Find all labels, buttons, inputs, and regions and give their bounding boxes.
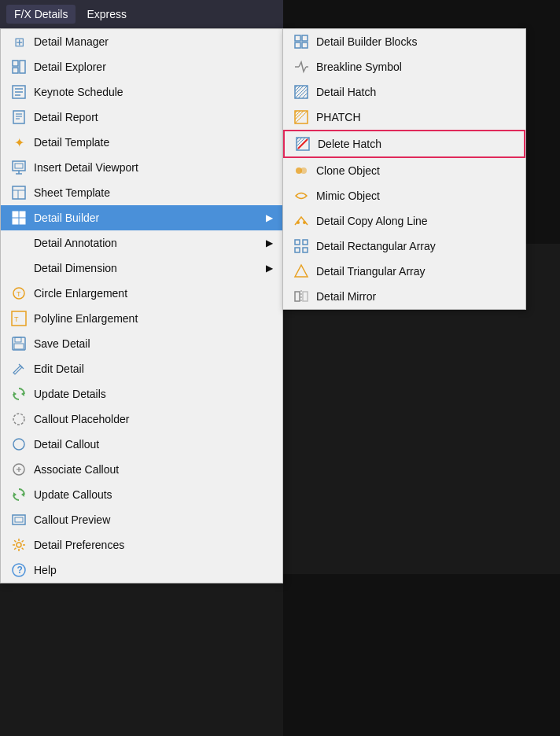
menu-item-detail-report[interactable]: Detail Report xyxy=(1,105,282,130)
menu-item-detail-preferences[interactable]: Detail Preferences xyxy=(1,532,282,558)
insert-icon xyxy=(10,159,28,176)
svg-line-65 xyxy=(297,138,302,143)
svg-marker-37 xyxy=(21,492,24,497)
menu-bar-item-fx-details[interactable]: F/X Details xyxy=(6,5,76,24)
menu-item-label: Help xyxy=(34,564,273,576)
menu-item-detail-mirror[interactable]: Detail Mirror xyxy=(283,284,525,309)
svg-rect-11 xyxy=(13,161,25,171)
menu-item-label: Detail Explorer xyxy=(34,61,273,73)
svg-rect-28 xyxy=(14,344,24,349)
svg-point-72 xyxy=(303,221,306,224)
svg-rect-44 xyxy=(295,35,300,41)
menu-item-label: Mimic Object xyxy=(316,190,516,202)
svg-rect-73 xyxy=(295,240,300,245)
menu-item-detail-builder-blocks[interactable]: Detail Builder Blocks xyxy=(283,29,525,54)
svg-rect-19 xyxy=(20,212,25,217)
report-icon xyxy=(10,109,28,126)
menu-item-label: Detail Builder xyxy=(34,212,266,224)
menu-item-label: Detail Report xyxy=(34,111,273,123)
menu-item-label: Update Callouts xyxy=(34,488,273,501)
svg-rect-76 xyxy=(303,248,308,252)
menu-item-detail-callout[interactable]: Detail Callout xyxy=(1,432,282,457)
menu-item-detail-triangular-array[interactable]: Detail Triangular Array xyxy=(283,259,525,284)
svg-rect-39 xyxy=(13,515,25,524)
menu-item-label: Detail Preferences xyxy=(34,539,273,551)
svg-rect-75 xyxy=(295,248,300,252)
submenu-arrow: ▶ xyxy=(266,263,273,274)
menu-item-breakline-symbol[interactable]: Breakline Symbol xyxy=(283,54,525,79)
sheet-icon xyxy=(10,184,28,201)
template-icon: ✦ xyxy=(10,134,28,151)
svg-rect-79 xyxy=(303,292,308,301)
prefs-icon xyxy=(10,536,28,554)
svg-point-71 xyxy=(297,221,300,224)
menu-item-label: Delete Hatch xyxy=(318,138,514,150)
svg-point-41 xyxy=(17,543,21,547)
menu-item-detail-hatch[interactable]: Detail Hatch xyxy=(283,79,525,105)
clone-icon xyxy=(293,162,310,179)
svg-text:T: T xyxy=(17,290,21,298)
menu-item-phatch[interactable]: PHATCH xyxy=(283,105,525,130)
menu-item-label: Save Detail xyxy=(34,337,273,350)
menu-item-label: Detail Annotation xyxy=(34,237,266,249)
mirror-icon xyxy=(293,288,310,305)
menu-item-detail-annotation[interactable]: Detail Annotation ▶ xyxy=(1,230,282,256)
submenu-arrow: ▶ xyxy=(266,212,273,223)
menu-item-polyline-enlargement[interactable]: T Polyline Enlargement xyxy=(1,306,282,331)
edit-icon xyxy=(10,360,28,377)
menu-item-edit-detail[interactable]: Edit Detail xyxy=(1,356,282,381)
menu-item-label: Associate Callout xyxy=(34,463,273,476)
hatch-icon xyxy=(293,83,310,101)
menu-item-label: Sheet Template xyxy=(34,186,273,199)
menu-item-delete-hatch[interactable]: Delete Hatch xyxy=(283,130,525,158)
builder-icon xyxy=(10,209,28,226)
annotation-icon xyxy=(10,234,28,252)
menu-item-circle-enlargement[interactable]: T Circle Enlargement xyxy=(1,281,282,306)
svg-point-70 xyxy=(300,167,307,174)
menu-item-detail-copy-along-line[interactable]: Detail Copy Along Line xyxy=(283,208,525,234)
menu-item-keynote-schedule[interactable]: Keynote Schedule xyxy=(1,79,282,105)
menu-item-label: Detail Builder Blocks xyxy=(316,35,516,48)
menu-item-detail-explorer[interactable]: Detail Explorer xyxy=(1,54,282,79)
menu-item-label: Circle Enlargement xyxy=(34,287,273,300)
menu-item-update-callouts[interactable]: Update Callouts xyxy=(1,482,282,507)
menu-item-clone-object[interactable]: Clone Object xyxy=(283,158,525,183)
menu-item-detail-rectangular-array[interactable]: Detail Rectangular Array xyxy=(283,234,525,259)
menu-item-label: Clone Object xyxy=(316,164,516,177)
menu-item-label: Detail Dimension xyxy=(34,262,266,274)
menu-item-associate-callout[interactable]: Associate Callout xyxy=(1,457,282,482)
menu-item-save-detail[interactable]: Save Detail xyxy=(1,331,282,356)
menu-item-update-details[interactable]: Update Details xyxy=(1,381,282,407)
dimension-icon xyxy=(10,259,28,277)
menu-bar-item-express[interactable]: Express xyxy=(79,5,134,24)
svg-rect-78 xyxy=(295,292,300,301)
menu-item-mimic-object[interactable]: Mimic Object xyxy=(283,183,525,208)
menu-item-detail-template[interactable]: ✦ Detail Template xyxy=(1,130,282,155)
menu-item-label: Detail Manager xyxy=(34,35,273,48)
menu-item-label: Detail Template xyxy=(34,136,273,149)
menu-item-help[interactable]: ? Help xyxy=(1,558,282,583)
menu-item-detail-dimension[interactable]: Detail Dimension ▶ xyxy=(1,256,282,281)
primary-menu: ⊞ Detail Manager Detail Explorer Keynote… xyxy=(0,28,283,583)
svg-rect-27 xyxy=(15,337,21,342)
menu-item-label: Detail Rectangular Array xyxy=(316,240,516,252)
menu-item-sheet-template[interactable]: Sheet Template xyxy=(1,180,282,205)
menu-item-detail-builder[interactable]: Detail Builder ▶ xyxy=(1,205,282,230)
copy-line-icon xyxy=(293,212,310,230)
tri-arr-icon xyxy=(293,263,310,280)
menu-item-callout-preview[interactable]: Callout Preview xyxy=(1,507,282,532)
svg-rect-0 xyxy=(13,61,18,66)
delete-hatch-icon xyxy=(294,135,311,153)
svg-point-33 xyxy=(13,439,24,450)
breakline-icon xyxy=(293,58,310,75)
menu-item-detail-manager[interactable]: ⊞ Detail Manager xyxy=(1,29,282,54)
menu-item-insert-detail-viewport[interactable]: Insert Detail Viewport xyxy=(1,155,282,180)
svg-rect-21 xyxy=(20,219,25,224)
menu-item-label: Edit Detail xyxy=(34,362,273,375)
svg-point-32 xyxy=(13,414,24,425)
svg-rect-18 xyxy=(13,212,18,217)
menu-item-callout-placeholder[interactable]: Callout Placeholder xyxy=(1,407,282,432)
svg-rect-7 xyxy=(13,111,24,123)
menu-item-label: Detail Hatch xyxy=(316,86,516,98)
svg-marker-31 xyxy=(13,392,17,396)
